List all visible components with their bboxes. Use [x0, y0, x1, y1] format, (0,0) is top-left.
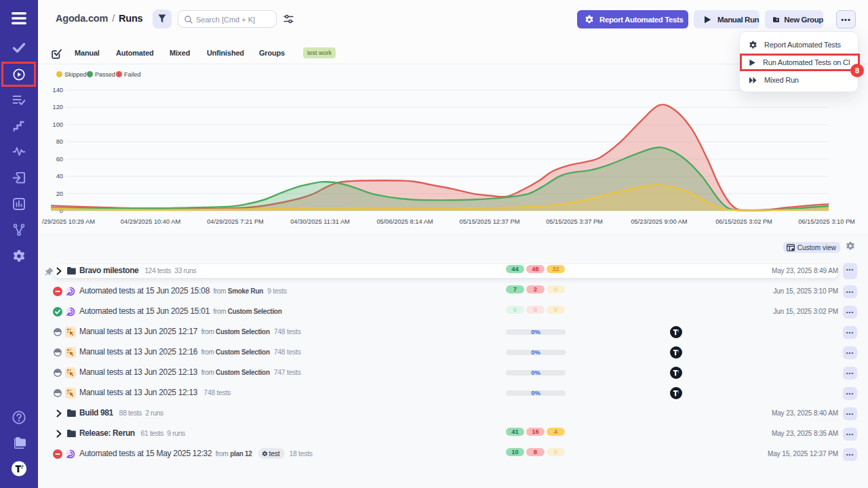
svg-text:20: 20 [56, 190, 63, 197]
svg-text:40: 40 [56, 173, 63, 180]
svg-text:04/30/2025 11:31 AM: 04/30/2025 11:31 AM [290, 218, 350, 225]
svg-text:05/15/2025 12:37 PM: 05/15/2025 12:37 PM [460, 218, 520, 225]
svg-text:140: 140 [52, 87, 63, 94]
svg-text:/29/2025 10:29 AM: /29/2025 10:29 AM [42, 218, 95, 225]
svg-text:100: 100 [52, 121, 63, 128]
svg-text:80: 80 [56, 138, 63, 145]
svg-text:06/15/2025 3:10 PM: 06/15/2025 3:10 PM [798, 218, 855, 225]
svg-text:05/06/2025 8:14 AM: 05/06/2025 8:14 AM [376, 218, 433, 225]
svg-text:60: 60 [56, 156, 63, 163]
svg-text:04/29/2025 7:21 PM: 04/29/2025 7:21 PM [207, 218, 264, 225]
svg-text:05/23/2025 9:00 AM: 05/23/2025 9:00 AM [631, 218, 687, 225]
svg-text:05/15/2025 3:37 PM: 05/15/2025 3:37 PM [546, 218, 603, 225]
svg-text:06/15/2025 3:02 PM: 06/15/2025 3:02 PM [715, 218, 772, 225]
svg-text:04/29/2025 10:40 AM: 04/29/2025 10:40 AM [121, 218, 180, 225]
svg-text:120: 120 [52, 104, 63, 110]
